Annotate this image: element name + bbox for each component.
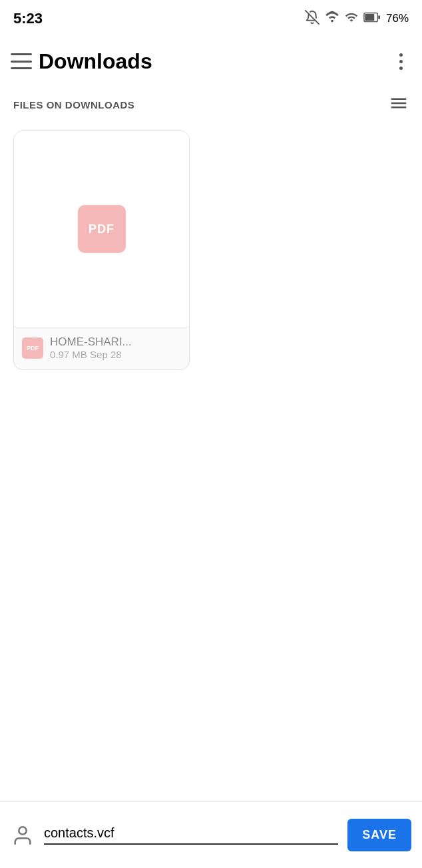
filename-input-wrapper	[44, 825, 338, 845]
wifi-icon	[325, 10, 339, 27]
notification-off-icon	[305, 10, 319, 28]
user-icon[interactable]	[11, 823, 35, 847]
svg-point-4	[19, 827, 26, 834]
page-title: Downloads	[39, 49, 152, 74]
signal-icon	[345, 10, 358, 27]
section-label: FILES ON DOWNLOADS	[13, 99, 134, 110]
view-toggle-button[interactable]	[389, 93, 409, 116]
pdf-large-icon: PDF	[78, 205, 126, 253]
files-grid: PDF PDF HOME-SHARI... 0.97 MB Sep 28	[0, 124, 422, 377]
bottom-bar: SAVE	[0, 801, 422, 868]
svg-line-0	[306, 10, 319, 23]
toolbar: Downloads	[0, 37, 422, 85]
status-bar: 5:23	[0, 0, 422, 37]
status-icons: 76%	[305, 10, 409, 28]
file-meta: 0.97 MB Sep 28	[50, 349, 132, 360]
battery-percent: 76%	[386, 12, 409, 25]
filename-input[interactable]	[44, 825, 338, 841]
status-time: 5:23	[13, 10, 43, 27]
file-name: HOME-SHARI...	[50, 335, 132, 349]
save-button[interactable]: SAVE	[347, 819, 411, 851]
file-preview: PDF	[14, 131, 189, 327]
menu-button[interactable]	[11, 53, 32, 69]
pdf-small-icon: PDF	[22, 337, 43, 359]
file-card[interactable]: PDF PDF HOME-SHARI... 0.97 MB Sep 28	[13, 130, 190, 370]
battery-icon	[363, 10, 381, 27]
svg-rect-2	[365, 14, 374, 21]
svg-rect-3	[378, 15, 380, 19]
file-card-footer: PDF HOME-SHARI... 0.97 MB Sep 28	[14, 327, 189, 369]
section-header: FILES ON DOWNLOADS	[0, 85, 422, 124]
file-info: HOME-SHARI... 0.97 MB Sep 28	[50, 335, 132, 360]
more-options-button[interactable]	[390, 51, 411, 72]
